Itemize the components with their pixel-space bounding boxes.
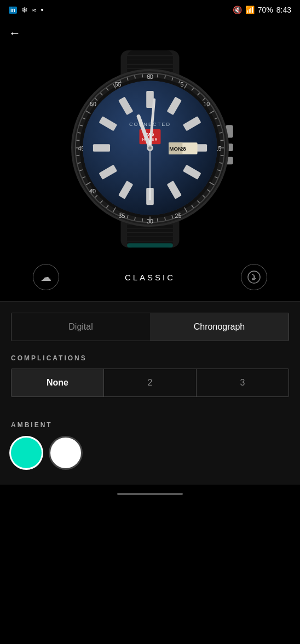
svg-line-79 xyxy=(76,156,79,156)
status-bar: in ❄ ≈ • 🔇 📶 70% 8:43 xyxy=(0,0,300,20)
clock-time: 8:43 xyxy=(276,5,291,14)
options-section: Digital Chronograph COMPLICATIONS None 2… xyxy=(0,302,300,403)
cloud-icon-button[interactable]: ☁ xyxy=(33,264,59,290)
dot-icon: • xyxy=(41,5,44,14)
svg-rect-16 xyxy=(127,243,173,248)
download-icon-button[interactable] xyxy=(241,264,267,290)
comp-2[interactable]: 2 xyxy=(104,369,197,396)
svg-text:10: 10 xyxy=(203,101,210,107)
svg-line-36 xyxy=(158,74,158,78)
svg-line-49 xyxy=(221,140,224,141)
mute-icon: 🔇 xyxy=(233,5,242,14)
snowflake-icon: ❄ xyxy=(21,5,28,14)
comp-none[interactable]: None xyxy=(11,369,104,396)
watch-face: 60 55 5 50 10 45 15 40 35 30 25 xyxy=(62,50,238,248)
svg-text:35: 35 xyxy=(118,212,125,219)
tab-digital[interactable]: Digital xyxy=(11,313,150,341)
watch-download-icon xyxy=(247,270,261,284)
linkedin-icon: in xyxy=(9,7,17,14)
complications-row: None 2 3 xyxy=(11,369,289,397)
svg-text:50: 50 xyxy=(90,101,96,107)
battery-level: 70% xyxy=(258,5,273,14)
svg-line-51 xyxy=(221,156,224,156)
color-teal[interactable] xyxy=(11,438,42,468)
svg-text:CONNECTED: CONNECTED xyxy=(129,122,171,127)
antenna-icon: ≈ xyxy=(32,5,37,14)
watch-face-name: CLASSIC xyxy=(125,273,175,282)
status-right: 🔇 📶 70% 8:43 xyxy=(233,5,291,14)
ambient-color-options xyxy=(11,438,289,468)
svg-point-123 xyxy=(148,146,152,150)
svg-text:5: 5 xyxy=(180,81,183,88)
watch-label-row: ☁ CLASSIC xyxy=(0,258,300,301)
complications-label: COMPLICATIONS xyxy=(11,354,289,362)
watch-type-tab-group: Digital Chronograph xyxy=(11,313,289,341)
svg-line-66 xyxy=(142,219,143,222)
color-white[interactable] xyxy=(50,438,81,468)
ambient-section: AMBIENT xyxy=(0,403,300,485)
bottom-bar xyxy=(0,485,300,503)
svg-line-94 xyxy=(142,74,143,78)
ambient-label: AMBIENT xyxy=(11,421,289,429)
cloud-icon: ☁ xyxy=(41,271,51,284)
wifi-icon: 📶 xyxy=(245,5,255,14)
nav-bar: ← xyxy=(0,20,300,45)
watch-container: 60 55 5 50 10 45 15 40 35 30 25 xyxy=(0,45,300,258)
svg-text:28: 28 xyxy=(180,146,186,152)
back-button[interactable]: ← xyxy=(9,24,25,43)
svg-line-81 xyxy=(76,140,79,141)
status-left: in ❄ ≈ • xyxy=(9,5,43,14)
tab-chronograph[interactable]: Chronograph xyxy=(150,313,289,341)
svg-rect-107 xyxy=(93,144,110,152)
svg-text:25: 25 xyxy=(175,212,182,219)
comp-3[interactable]: 3 xyxy=(197,369,289,396)
home-indicator xyxy=(117,493,183,495)
svg-line-64 xyxy=(158,219,158,222)
